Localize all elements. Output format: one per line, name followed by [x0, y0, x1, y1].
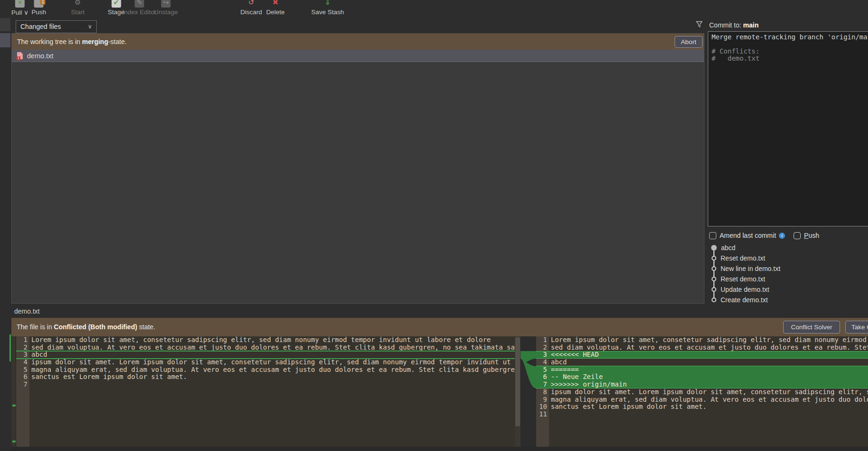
diff-line-number: 11 — [536, 411, 549, 418]
changed-files-value: Changed files — [20, 23, 61, 30]
commit-options-row: Amend last commit i Push — [709, 231, 819, 240]
diff-left-minimap[interactable] — [11, 336, 16, 451]
push-icon: 1 — [32, 0, 46, 8]
banner-text: The working tree is in — [17, 38, 82, 45]
diff-horizontal-scroll-area[interactable] — [11, 447, 868, 451]
toolbar-item-start[interactable]: ⚙Start — [71, 0, 85, 18]
info-icon[interactable]: i — [779, 233, 785, 239]
abort-button[interactable]: Abort — [675, 36, 703, 48]
commit-message-label: New line in demo.txt — [721, 265, 780, 272]
commit-message-editor[interactable]: Merge remote-tracking branch 'origin/mai… — [708, 31, 868, 226]
commit-node-icon — [712, 266, 716, 271]
commit-history-row[interactable]: abcd — [708, 243, 868, 253]
diff-line — [31, 381, 515, 388]
unstage-icon-glyph: ↪ — [161, 0, 171, 8]
edge-change-indicator — [9, 334, 11, 361]
commit-history-row[interactable]: Reset demo.txt — [708, 253, 868, 263]
push-label-mnemonic: P — [804, 232, 808, 239]
commit-history-row[interactable]: Reset demo.txt — [708, 274, 868, 284]
toolbar-item-pull[interactable]: ▾Pull ∨ — [11, 0, 28, 18]
take-button[interactable]: Take Ou — [845, 321, 868, 334]
diff-line: magna aliquyam erat, sed diam voluptua. … — [31, 366, 515, 374]
diff-left-text[interactable]: Lorem ipsum dolor sit amet, consetetur s… — [29, 336, 515, 451]
commit-history-list: abcdReset demo.txtNew line in demo.txtRe… — [708, 243, 868, 305]
commit-branch-name: main — [743, 21, 759, 29]
toolbar-item-index-editor[interactable]: ✎Index Editor — [122, 0, 156, 18]
diff-right-text[interactable]: Lorem ipsum dolor sit amet, consetetur s… — [549, 336, 868, 451]
toolbar-item-label: Discard — [240, 9, 262, 16]
toolbar-item-save-stash[interactable]: ⇓Save Stash — [311, 0, 344, 18]
diff-line-number: 8 — [536, 388, 549, 396]
toolbar-item-unstage[interactable]: ↪Unstage — [154, 0, 178, 18]
diff-line-number: 10 — [536, 403, 549, 411]
toolbar-item-label: Push — [32, 9, 46, 16]
save-stash-icon-glyph: ⇓ — [323, 0, 332, 8]
discard-icon: ↺ — [240, 0, 262, 8]
delete-icon: ✖ — [266, 0, 284, 8]
commit-to-label: Commit to: main — [709, 21, 758, 29]
toolbar-item-discard[interactable]: ↺Discard — [240, 0, 262, 18]
commit-node-current-icon — [711, 245, 717, 251]
file-row-demo-txt[interactable]: ! demo.txt — [12, 50, 704, 62]
diff-line-number: 7 — [16, 381, 29, 388]
toolbar-item-push[interactable]: 1Push — [32, 0, 46, 18]
pull-icon: ▾ — [11, 0, 28, 8]
diff-line-number: 6 — [16, 373, 29, 381]
diff-line: magna aliquyam erat, sed diam voluptua. … — [551, 396, 868, 404]
banner-state-word: merging — [82, 38, 108, 45]
diff-file-label: demo.txt — [14, 307, 40, 315]
commit-message-line — [712, 41, 868, 48]
commit-node-icon — [712, 298, 716, 302]
commit-message-label: Create demo.txt — [721, 296, 768, 304]
diff-line: sanctus est Lorem ipsum dolor sit amet. — [551, 403, 868, 411]
diff-line: ipsum dolor sit amet. Lorem ipsum dolor … — [31, 359, 515, 366]
commit-message-label: abcd — [721, 244, 735, 252]
diff-right-line-numbers: 1234567891011 — [536, 336, 549, 451]
diff-left-line-numbers: 1234567 — [16, 336, 29, 451]
scrollbar-thumb[interactable] — [515, 337, 520, 426]
app-window: ▾Pull ∨1Push⚙Start✔Stage✎Index Editor↪Un… — [0, 0, 868, 451]
index-editor-icon-glyph: ✎ — [135, 0, 144, 8]
state-text-post: state. — [137, 323, 155, 331]
commit-message-label: Reset demo.txt — [721, 275, 765, 283]
diff-line: <<<<<<< HEAD — [551, 351, 868, 359]
diff-line-number: 1 — [16, 336, 29, 344]
diff-line-number: 4 — [536, 359, 549, 366]
toolbar-item-label: Delete — [266, 9, 284, 16]
commit-node-icon — [712, 256, 716, 261]
push-label-rest: ush — [808, 232, 819, 239]
state-word: Conflicted (Both modified) — [54, 323, 137, 331]
diff-line: ======= — [551, 366, 868, 374]
diff-line-number: 3 — [536, 351, 549, 359]
save-stash-icon: ⇓ — [311, 0, 344, 8]
diff-line-number: 1 — [536, 336, 549, 344]
push-icon-glyph: 1 — [34, 0, 44, 8]
toolbar-item-label: Index Editor — [122, 9, 156, 16]
minimap-change-mark — [12, 441, 16, 442]
left-strip-block-selected[interactable] — [0, 33, 10, 47]
toolbar-item-label: Unstage — [154, 9, 178, 16]
start-gear-icon: ⚙ — [71, 0, 85, 8]
diff-line: -- Neue Zeile — [551, 373, 868, 381]
amend-last-commit-label: Amend last commit — [720, 232, 776, 239]
amend-last-commit-checkbox[interactable] — [709, 232, 716, 239]
diff-line: ipsum dolor sit amet. Lorem ipsum dolor … — [551, 388, 868, 396]
left-strip-block — [0, 18, 10, 31]
toolbar-item-delete[interactable]: ✖Delete — [266, 0, 284, 18]
commit-history-row[interactable]: Update demo.txt — [708, 284, 868, 295]
diff-left-scrollbar[interactable] — [515, 336, 521, 451]
conflict-solver-button[interactable]: Conflict Solver — [783, 321, 840, 334]
commit-history-row[interactable]: Create demo.txt — [708, 295, 868, 305]
delete-icon-glyph: ✖ — [271, 0, 280, 8]
diff-line: Lorem ipsum dolor sit amet, consetetur s… — [551, 336, 868, 344]
toolbar-item-label: Save Stash — [311, 9, 344, 16]
diff-line: abcd — [551, 359, 868, 366]
index-editor-icon: ✎ — [122, 0, 156, 8]
changed-files-dropdown[interactable]: Changed files ∨ — [16, 20, 97, 33]
pull-icon-glyph: ▾ — [15, 0, 25, 8]
filter-funnel-icon[interactable] — [696, 21, 703, 27]
commit-history-row[interactable]: New line in demo.txt — [708, 263, 868, 274]
push-checkbox[interactable] — [794, 232, 801, 239]
diff-line-number: 6 — [536, 373, 549, 381]
toolbar-item-label: Pull ∨ — [11, 9, 28, 16]
